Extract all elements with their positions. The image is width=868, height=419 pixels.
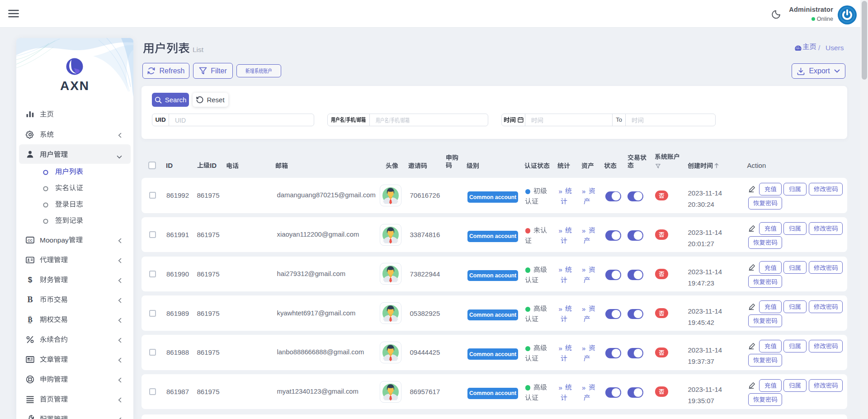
svg-text:B: B [27, 295, 33, 304]
svg-text:B: B [28, 315, 33, 323]
svg-text:CC: CC [28, 238, 33, 242]
svg-text:$: $ [28, 276, 33, 284]
